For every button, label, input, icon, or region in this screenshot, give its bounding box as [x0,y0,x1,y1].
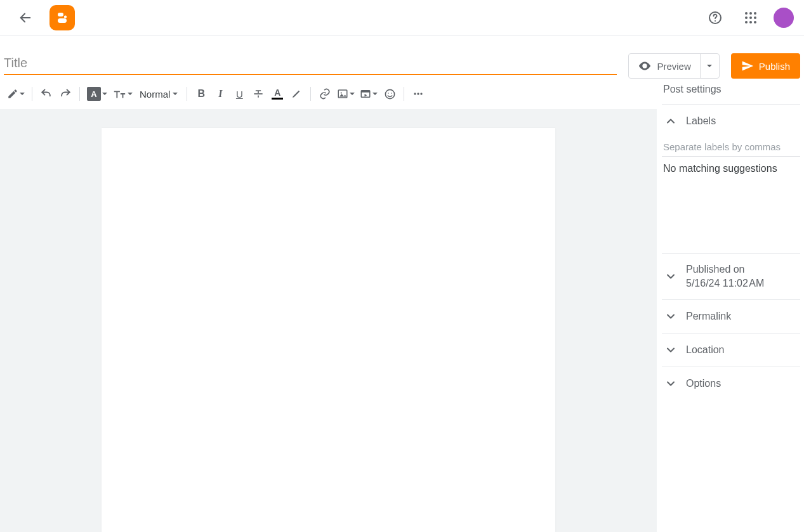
send-icon [741,60,754,72]
more-options-button[interactable] [409,84,427,103]
svg-point-14 [754,21,756,23]
header-left [13,5,75,30]
insert-link-button[interactable] [316,84,334,103]
font-size-button[interactable] [110,84,135,103]
post-title-input[interactable] [4,53,617,75]
apps-grid-icon [744,11,757,24]
svg-point-26 [421,93,423,94]
preview-dropdown-button[interactable] [700,54,719,78]
blogger-logo[interactable] [49,5,75,30]
insert-image-button[interactable] [335,84,357,103]
settings-section-labels: Labels No matching suggestions [662,104,800,253]
eye-icon [638,59,652,73]
redo-button[interactable] [56,84,74,103]
title-field-container [4,53,617,75]
svg-point-24 [414,93,416,94]
svg-point-8 [754,12,756,15]
editor-page[interactable] [102,128,555,532]
svg-point-9 [745,16,748,19]
permalink-title: Permalink [686,311,731,322]
image-icon [337,88,348,100]
insert-emoji-button[interactable] [381,84,399,103]
main-columns: A Normal B I U [0,79,804,532]
italic-button[interactable]: I [211,84,229,103]
labels-section-header[interactable]: Labels [662,105,800,138]
caret-down-icon [707,65,712,67]
labels-body: No matching suggestions [662,138,800,253]
strikethrough-button[interactable] [249,84,267,103]
svg-rect-16 [254,93,263,94]
text-size-icon [112,88,126,100]
arrow-back-icon [18,11,32,25]
text-color-button[interactable]: A [268,84,286,103]
help-button[interactable] [702,5,728,30]
back-button[interactable] [13,5,38,30]
chevron-up-icon [664,115,677,127]
published-line1: Published on [686,264,764,275]
paragraph-style-select[interactable]: Normal [136,89,181,100]
svg-rect-20 [362,91,371,93]
svg-point-23 [391,93,392,94]
redo-icon [59,88,72,100]
location-section-header[interactable]: Location [662,334,800,367]
underline-button[interactable]: U [230,84,248,103]
bold-icon: B [198,88,206,100]
svg-point-5 [715,20,716,22]
published-section-header[interactable]: Published on 5/16/24 11:02 AM [662,254,800,299]
options-section-header[interactable]: Options [662,367,800,400]
title-actions-row: Preview Publish [0,36,804,79]
emoji-icon [384,88,396,100]
svg-point-15 [644,65,647,67]
chevron-down-icon [664,377,677,390]
more-horizontal-icon [412,88,425,100]
preview-label: Preview [657,61,690,72]
caret-down-icon [128,93,133,95]
account-avatar[interactable] [774,8,794,28]
header-right [702,5,794,30]
labels-spacer [662,174,800,242]
blogger-icon [55,10,70,25]
paragraph-style-label: Normal [140,89,170,100]
font-family-button[interactable]: A [85,84,109,103]
strikethrough-icon [252,88,265,100]
toolbar-separator [310,87,311,101]
caret-down-icon [350,93,355,95]
preview-button-group: Preview [628,53,719,79]
svg-point-25 [418,93,419,94]
bold-button[interactable]: B [192,84,210,103]
apps-button[interactable] [738,5,763,30]
highlighter-icon [291,88,302,100]
svg-point-12 [745,21,748,23]
toolbar-separator [187,87,187,101]
permalink-section-header[interactable]: Permalink [662,300,800,333]
chevron-down-icon [664,310,677,323]
svg-rect-2 [58,18,67,23]
publish-label: Publish [759,61,790,72]
svg-point-18 [341,92,342,93]
editor-toolbar: A Normal B I U [0,79,657,109]
settings-section-location: Location [662,333,800,367]
caret-down-icon [173,93,178,95]
editor-column: A Normal B I U [0,79,657,532]
settings-section-published: Published on 5/16/24 11:02 AM [662,253,800,299]
undo-button[interactable] [37,84,55,103]
link-icon [319,88,331,100]
published-line2: 5/16/24 11:02 AM [686,278,764,289]
insert-video-button[interactable] [358,84,379,103]
editor-canvas-zone [0,109,657,532]
svg-point-13 [749,21,752,23]
compose-mode-button[interactable] [5,84,27,103]
labels-no-match: No matching suggestions [662,157,800,174]
svg-point-6 [745,12,748,15]
svg-point-7 [749,12,752,15]
toolbar-separator [404,87,404,101]
preview-button[interactable]: Preview [629,54,699,78]
toolbar-separator [79,87,80,101]
post-settings-sidebar: Post settings Labels No matching suggest… [657,79,804,532]
labels-input[interactable] [662,138,800,157]
location-title: Location [686,344,725,356]
published-lines: Published on 5/16/24 11:02 AM [686,264,764,289]
publish-button[interactable]: Publish [731,53,800,79]
highlight-color-button[interactable] [287,84,305,103]
svg-point-10 [749,16,752,19]
